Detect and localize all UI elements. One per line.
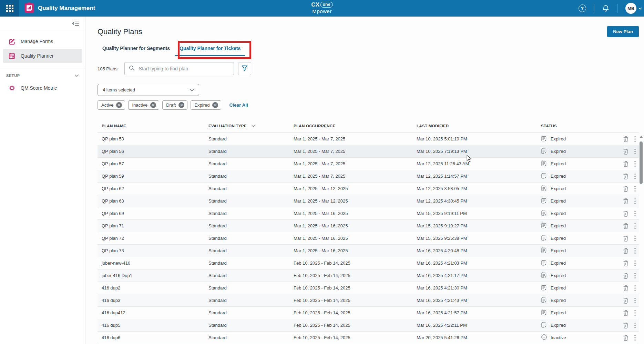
delete-plan-button[interactable]: [623, 297, 628, 304]
delete-plan-button[interactable]: [623, 136, 628, 142]
row-menu-kebab-icon[interactable]: [634, 223, 636, 229]
header-divider: [594, 4, 594, 13]
delete-plan-button[interactable]: [623, 310, 628, 316]
evaluation-type-cell: Standard: [204, 223, 289, 228]
delete-plan-button[interactable]: [623, 248, 628, 254]
row-menu-kebab-icon[interactable]: [634, 136, 636, 142]
table-row[interactable]: 416 dup3 Standard Feb 10, 2025 - Feb 14,…: [98, 294, 639, 307]
delete-plan-button[interactable]: [623, 285, 628, 291]
delete-plan-button[interactable]: [623, 161, 628, 167]
status-cell: Expired: [537, 173, 620, 180]
row-menu-kebab-icon[interactable]: [634, 235, 636, 242]
remove-chip-icon[interactable]: ✕: [212, 102, 218, 108]
column-header-last-modified[interactable]: LAST MODIFIED: [412, 124, 537, 128]
page-title: Quality Plans: [98, 27, 142, 37]
delete-plan-button[interactable]: [623, 260, 628, 266]
clear-all-button[interactable]: Clear All: [227, 102, 250, 108]
delete-plan-button[interactable]: [623, 210, 628, 217]
delete-plan-button[interactable]: [623, 186, 628, 192]
table-row[interactable]: 416 dup412 Standard Feb 10, 2025 - Feb 1…: [98, 307, 639, 319]
table-row[interactable]: 416 dup2 Standard Feb 10, 2025 - Feb 14,…: [98, 282, 639, 294]
table-row[interactable]: QP plan 62 Standard Mar 1, 2025 - Mar 12…: [98, 183, 639, 195]
row-menu-kebab-icon[interactable]: [634, 186, 636, 192]
row-menu-kebab-icon[interactable]: [634, 210, 636, 217]
notifications-bell-icon[interactable]: [602, 4, 609, 12]
delete-plan-button[interactable]: [623, 322, 628, 328]
column-header-evaluation-type[interactable]: EVALUATION TYPE: [204, 124, 289, 128]
filter-button[interactable]: [238, 62, 251, 75]
column-header-plan-name[interactable]: PLAN NAME: [98, 124, 204, 128]
last-modified-cell: Mar 20, 2025 5:41:26 PM: [412, 335, 537, 340]
app-launcher-button[interactable]: [0, 0, 19, 17]
table-row[interactable]: QP plan 69 Standard Mar 1, 2025 - Mar 16…: [98, 207, 639, 220]
plan-occurrence-cell: Mar 1, 2025 - Mar 12, 2025: [289, 198, 412, 204]
header-divider: [617, 4, 617, 13]
column-header-status[interactable]: STATUS: [537, 124, 620, 128]
row-menu-kebab-icon[interactable]: [634, 198, 636, 204]
delete-plan-button[interactable]: [623, 148, 628, 155]
filter-chip: Draft ✕: [162, 100, 187, 110]
status-cell: Expired: [537, 222, 620, 230]
sidebar-item-quality-planner[interactable]: Quality Planner: [3, 49, 82, 63]
sidebar-item-label: QM Score Metric: [21, 85, 57, 91]
remove-chip-icon[interactable]: ✕: [116, 102, 122, 108]
delete-plan-button[interactable]: [623, 198, 628, 204]
table-row[interactable]: QP plan 71 Standard Mar 1, 2025 - Mar 16…: [98, 220, 639, 232]
evaluation-type-cell: Standard: [204, 261, 289, 266]
plan-occurrence-cell: Feb 10, 2025 - Feb 14, 2025: [289, 323, 412, 328]
plan-name-cell: 416 dup5: [98, 323, 204, 328]
tab-quality-planner-for-tickets[interactable]: Quality Planner for Tickets: [175, 42, 245, 56]
row-menu-kebab-icon[interactable]: [634, 297, 636, 304]
table-row[interactable]: QP plan 63 Standard Mar 1, 2025 - Mar 12…: [98, 195, 639, 207]
table-row[interactable]: QP plan 53 Standard Mar 1, 2025 - Mar 7,…: [98, 133, 639, 145]
row-menu-kebab-icon[interactable]: [634, 310, 636, 316]
delete-plan-button[interactable]: [623, 235, 628, 242]
plan-name-cell: QP plan 62: [98, 186, 204, 191]
table-row[interactable]: QP plan 73 Standard Mar 1, 2025 - Mar 16…: [98, 245, 639, 257]
column-header-plan-occurrence[interactable]: PLAN OCCURRENCE: [289, 124, 412, 128]
sidebar-item-manage-forms[interactable]: Manage Forms: [3, 35, 82, 48]
scroll-up-arrow-icon[interactable]: [640, 136, 643, 138]
delete-plan-button[interactable]: [623, 173, 628, 179]
user-menu-button[interactable]: MB: [625, 3, 642, 14]
row-menu-kebab-icon[interactable]: [634, 273, 636, 279]
evaluation-type-cell: Standard: [204, 136, 289, 141]
edit-form-icon: [8, 38, 16, 45]
delete-plan-button[interactable]: [623, 335, 628, 341]
status-filter-dropdown[interactable]: 4 items selected: [98, 84, 199, 96]
status-cell: Expired: [537, 297, 620, 304]
table-row[interactable]: QP plan 56 Standard Mar 1, 2025 - Mar 7,…: [98, 145, 639, 158]
expired-status-icon: [541, 272, 547, 279]
row-menu-kebab-icon[interactable]: [634, 148, 636, 155]
search-input[interactable]: [138, 66, 229, 72]
table-row[interactable]: juber-new-416 Standard Feb 10, 2025 - Fe…: [98, 257, 639, 269]
expired-status-icon: [541, 197, 547, 205]
new-plan-button[interactable]: New Plan: [607, 26, 639, 37]
sidebar-item-qm-score-metric[interactable]: ⚙ QM Score Metric: [3, 81, 82, 95]
row-menu-kebab-icon[interactable]: [634, 260, 636, 266]
table-row[interactable]: QP plan 72 Standard Mar 1, 2025 - Mar 16…: [98, 232, 639, 245]
setup-section-header[interactable]: SETUP: [0, 71, 85, 80]
table-row[interactable]: 416 dup6 Standard Feb 10, 2025 - Feb 14,…: [98, 332, 639, 344]
remove-chip-icon[interactable]: ✕: [178, 102, 184, 108]
row-menu-kebab-icon[interactable]: [634, 285, 636, 291]
table-row[interactable]: juber 416 Dup1 Standard Feb 10, 2025 - F…: [98, 269, 639, 282]
scrollbar-thumb[interactable]: [640, 141, 643, 184]
row-menu-kebab-icon[interactable]: [634, 335, 636, 341]
row-menu-kebab-icon[interactable]: [634, 161, 636, 167]
row-menu-kebab-icon[interactable]: [634, 322, 636, 328]
vertical-scrollbar[interactable]: [639, 136, 643, 343]
collapse-sidebar-icon[interactable]: [71, 20, 80, 28]
row-menu-kebab-icon[interactable]: [634, 248, 636, 254]
delete-plan-button[interactable]: [623, 223, 628, 229]
tab-quality-planner-for-segments[interactable]: Quality Planner for Segments: [98, 42, 175, 56]
status-cell: Expired: [537, 259, 620, 267]
table-row[interactable]: 416 dup5 Standard Feb 10, 2025 - Feb 14,…: [98, 319, 639, 332]
remove-chip-icon[interactable]: ✕: [150, 102, 156, 108]
table-row[interactable]: QP plan 57 Standard Mar 1, 2025 - Mar 7,…: [98, 158, 639, 170]
row-menu-kebab-icon[interactable]: [634, 173, 636, 179]
help-icon[interactable]: ?: [579, 4, 586, 12]
delete-plan-button[interactable]: [623, 273, 628, 279]
table-row[interactable]: QP plan 59 Standard Mar 1, 2025 - Mar 7,…: [98, 170, 639, 183]
status-label: Expired: [551, 161, 566, 166]
